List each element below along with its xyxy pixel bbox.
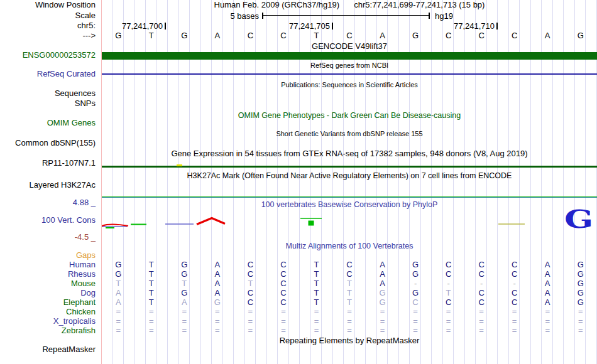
- multiz-row-human[interactable]: GTGACCTCAGCCCAG: [102, 260, 597, 270]
- track-plot-area[interactable]: Human Feb. 2009 (GRCh37/hg19) chr5:77,24…: [102, 0, 597, 364]
- track-label-dog[interactable]: Dog: [80, 289, 96, 297]
- aligned-base: T: [234, 279, 267, 289]
- aligned-base: =: [531, 308, 564, 317]
- track-label-layered-h3k27ac[interactable]: Layered H3K27Ac: [29, 181, 96, 190]
- ruler-tick: [496, 23, 498, 29]
- multiz-row-x_tropicalis[interactable]: ===============: [102, 317, 597, 326]
- omim-track-title: OMIM Gene Phenotypes - Dark Green Can Be…: [102, 112, 597, 120]
- aligned-base: G: [564, 270, 597, 279]
- aligned-base: A: [201, 260, 234, 270]
- aligned-base: =: [135, 308, 168, 317]
- track-label-4-5[interactable]: -4.5 _: [75, 233, 96, 242]
- aligned-base: G: [564, 260, 597, 270]
- aligned-base: C: [399, 298, 432, 308]
- base-letter: G: [102, 31, 135, 40]
- aligned-base: C: [234, 289, 267, 298]
- multiz-row-gaps[interactable]: [102, 251, 597, 260]
- track-label-omim-genes[interactable]: OMIM Genes: [47, 119, 96, 127]
- aligned-base: =: [102, 308, 135, 317]
- base-letter: A: [201, 31, 234, 40]
- track-label-sequences[interactable]: Sequences: [55, 89, 96, 98]
- aligned-base: G: [168, 270, 201, 279]
- track-label-mouse[interactable]: Mouse: [71, 279, 96, 288]
- aligned-base: =: [564, 317, 597, 326]
- multiz-row-chicken[interactable]: ===============: [102, 308, 597, 317]
- track-label-x-tropicalis[interactable]: X_tropicalis: [53, 317, 96, 326]
- aligned-base: =: [201, 308, 234, 317]
- base-letter: A: [366, 31, 399, 40]
- track-label-scale[interactable]: Scale: [75, 11, 96, 20]
- refseq-track-title: RefSeq genes from NCBI: [102, 62, 597, 70]
- aligned-base: C: [498, 260, 531, 270]
- aligned-base: =: [300, 308, 333, 317]
- track-label-common-dbsnp-155[interactable]: Common dbSNP(155): [15, 139, 96, 147]
- assembly-label: Human Feb. 2009 (GRCh37/hg19): [214, 0, 339, 9]
- aligned-base: A: [531, 270, 564, 279]
- multiz-row-zebrafish[interactable]: ===============: [102, 326, 597, 336]
- aligned-base: A: [201, 289, 234, 298]
- conservation-wiggle[interactable]: [102, 213, 597, 232]
- aligned-base: =: [168, 326, 201, 336]
- aligned-base: =: [564, 326, 597, 336]
- track-label-4-88[interactable]: 4.88 _: [73, 198, 96, 207]
- aligned-base: =: [333, 317, 366, 326]
- refseq-curated-line[interactable]: [102, 73, 597, 75]
- aligned-base: =: [102, 326, 135, 336]
- base-letter: C: [465, 31, 498, 40]
- aligned-base: G: [564, 279, 597, 289]
- cons-green-square: [309, 221, 314, 226]
- track-label-snps[interactable]: SNPs: [75, 99, 96, 108]
- aligned-base: =: [333, 308, 366, 317]
- aligned-base: T: [300, 270, 333, 279]
- track-label-zebrafish[interactable]: Zebrafish: [62, 326, 96, 335]
- aligned-base: T: [300, 289, 333, 298]
- cons-red-bump: [102, 225, 128, 227]
- track-label-100-vert-cons[interactable]: 100 Vert. Cons: [41, 216, 96, 225]
- track-label-refseq-curated[interactable]: RefSeq Curated: [37, 70, 96, 78]
- base-letter: C: [498, 31, 531, 40]
- aligned-base: =: [465, 308, 498, 317]
- aligned-base: C: [267, 260, 300, 270]
- base-letter: T: [300, 31, 333, 40]
- gtex-yellow-tick: [177, 164, 182, 166]
- aligned-base: G: [168, 260, 201, 270]
- aligned-base: =: [366, 326, 399, 336]
- track-label-rp11-107n7-1[interactable]: RP11-107N7.1: [42, 159, 96, 168]
- multiz-row-mouse[interactable]: TTTATCTTA----AG: [102, 279, 597, 289]
- track-label-window-position[interactable]: Window Position: [35, 1, 96, 9]
- track-label-chr5[interactable]: chr5:: [77, 21, 96, 30]
- track-label-gaps[interactable]: Gaps: [76, 251, 96, 260]
- aligned-base: =: [399, 308, 432, 317]
- repeatmasker-track-title: Repeating Elements by RepeatMasker: [102, 336, 597, 345]
- aligned-base: =: [102, 317, 135, 326]
- aligned-base: T: [135, 289, 168, 298]
- gencode-track-title: GENCODE V49lift37: [102, 42, 597, 50]
- aligned-base: C: [267, 270, 300, 279]
- aligned-base: T: [300, 279, 333, 289]
- multiz-row-dog[interactable]: ATGACCTTGGTCCAG: [102, 289, 597, 298]
- aligned-base: T: [333, 289, 366, 298]
- ruler-number: 77,241,710: [102, 21, 495, 31]
- multiz-row-elephant[interactable]: ATAGCCTTGCCCCAG: [102, 298, 597, 308]
- aligned-base: C: [465, 260, 498, 270]
- track-label-repeatmasker[interactable]: RepeatMasker: [42, 345, 96, 354]
- track-label-[interactable]: --->: [82, 31, 96, 40]
- h3k27ac-baseline-teal[interactable]: [102, 197, 597, 198]
- track-label-chicken[interactable]: Chicken: [66, 308, 96, 316]
- aligned-base: G: [399, 289, 432, 298]
- aligned-base: G: [399, 270, 432, 279]
- gencode-gene-bar[interactable]: [102, 52, 597, 60]
- aligned-base: =: [399, 326, 432, 336]
- track-label-elephant[interactable]: Elephant: [63, 298, 96, 307]
- track-label-human[interactable]: Human: [69, 260, 96, 269]
- multiz-row-rhesus[interactable]: GTGACCTCAGCCCAG: [102, 270, 597, 279]
- dbsnp-track-title: Short Genetic Variants from dbSNP releas…: [102, 130, 597, 138]
- genome-browser-image: Window PositionScalechr5:--->ENSG0000025…: [0, 0, 597, 364]
- track-label-rhesus[interactable]: Rhesus: [68, 270, 96, 279]
- aligned-base: C: [498, 270, 531, 279]
- aligned-base: A: [102, 298, 135, 308]
- track-label-ensg00000253572[interactable]: ENSG00000253572: [23, 51, 96, 60]
- base-letter: G: [564, 31, 597, 40]
- aligned-base: T: [300, 260, 333, 270]
- aligned-base: C: [234, 260, 267, 270]
